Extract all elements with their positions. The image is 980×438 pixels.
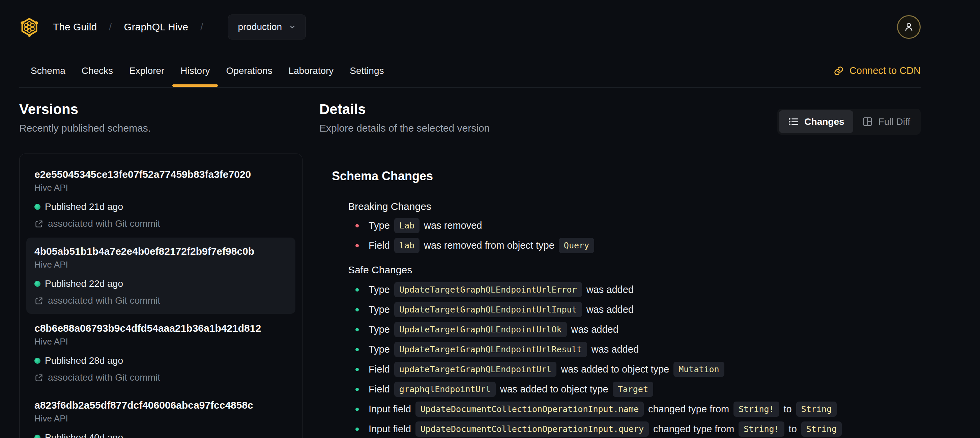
- connect-to-cdn-label: Connect to CDN: [850, 65, 921, 76]
- change-code-chip: UpdateTargetGraphQLEndpointUrlError: [394, 282, 582, 297]
- change-text: Type: [369, 220, 390, 231]
- schema-change-item: TypeUpdateTargetGraphQLEndpointUrlResult…: [355, 342, 921, 357]
- breaking-bullet-icon: [355, 224, 359, 228]
- full-diff-view-button[interactable]: Full Diff: [853, 110, 919, 133]
- safe-bullet-icon: [355, 308, 359, 311]
- tab-schema[interactable]: Schema: [22, 54, 73, 88]
- version-hash: e2e55045345ce13fe07f52a77459b83fa3fe7020: [34, 168, 287, 181]
- version-hash: a823f6db2a55df877dcf406006abca97fcc4858c: [34, 399, 287, 412]
- published-dot-icon: [34, 281, 40, 287]
- version-list-item[interactable]: c8b6e88a06793b9c4dfd54aaa21b36a1b421d812…: [26, 314, 296, 391]
- version-list: e2e55045345ce13fe07f52a77459b83fa3fe7020…: [19, 153, 302, 438]
- change-text: was added to object type: [500, 384, 608, 395]
- breaking-changes-group: Breaking Changes TypeLabwas removedField…: [348, 201, 921, 253]
- change-code-chip: graphqlEndpointUrl: [394, 382, 496, 397]
- change-text: Field: [369, 384, 390, 395]
- schema-changes-title: Schema Changes: [332, 169, 921, 183]
- breadcrumb-separator: /: [109, 21, 111, 33]
- safe-changes-title: Safe Changes: [348, 264, 921, 276]
- change-text: was added: [587, 284, 634, 295]
- git-commit-link[interactable]: associated with Git commit: [48, 372, 160, 383]
- version-service: Hive API: [34, 336, 287, 347]
- change-text: Type: [369, 324, 390, 335]
- change-code-chip: Lab: [394, 218, 420, 233]
- tab-bar: SchemaChecksExplorerHistoryOperationsLab…: [19, 54, 921, 88]
- breadcrumb-separator: /: [200, 21, 203, 33]
- tab-operations[interactable]: Operations: [218, 54, 280, 88]
- external-link-icon: [34, 296, 43, 306]
- safe-bullet-icon: [355, 348, 359, 351]
- change-text: was added to object type: [561, 364, 669, 375]
- change-code-chip: Query: [559, 238, 594, 253]
- change-text: was removed from object type: [424, 240, 554, 251]
- change-code-chip: String!: [738, 422, 784, 436]
- link-icon: [833, 65, 844, 76]
- full-diff-view-label: Full Diff: [878, 116, 910, 127]
- published-dot-icon: [34, 435, 40, 438]
- version-list-item[interactable]: a823f6db2a55df877dcf406006abca97fcc4858c…: [26, 392, 296, 438]
- change-code-chip: lab: [394, 238, 420, 253]
- app-header: The Guild / GraphQL Hive / production Sc…: [0, 0, 980, 88]
- version-list-item[interactable]: e2e55045345ce13fe07f52a77459b83fa3fe7020…: [26, 161, 296, 237]
- target-selector-dropdown[interactable]: production: [228, 14, 306, 40]
- changes-view-button[interactable]: Changes: [779, 110, 853, 133]
- safe-bullet-icon: [355, 408, 359, 411]
- breadcrumb-org[interactable]: The Guild: [53, 21, 97, 33]
- tab-settings[interactable]: Settings: [342, 54, 392, 88]
- list-icon: [788, 116, 799, 127]
- user-avatar[interactable]: [897, 15, 921, 39]
- split-columns-icon: [862, 116, 873, 127]
- change-code-chip: Target: [613, 382, 653, 397]
- version-service: Hive API: [34, 413, 287, 424]
- version-published: Published 40d ago: [45, 432, 123, 438]
- change-text: changed type from: [653, 424, 734, 435]
- version-published: Published 28d ago: [45, 355, 123, 366]
- changes-view-label: Changes: [804, 116, 844, 127]
- version-service: Hive API: [34, 259, 287, 270]
- view-toggle-group: Changes Full Diff: [777, 109, 921, 135]
- schema-changes-section: Schema Changes Breaking Changes TypeLabw…: [332, 169, 921, 436]
- change-code-chip: String!: [733, 401, 779, 417]
- breaking-bullet-icon: [355, 244, 359, 247]
- tab-explorer[interactable]: Explorer: [121, 54, 172, 88]
- breaking-changes-list: TypeLabwas removedFieldlabwas removed fr…: [348, 218, 921, 253]
- person-icon: [903, 21, 915, 33]
- change-text: Input field: [369, 424, 411, 435]
- safe-changes-group: Safe Changes TypeUpdateTargetGraphQLEndp…: [348, 264, 921, 436]
- versions-subtitle: Recently published schemas.: [19, 122, 302, 134]
- connect-to-cdn-link[interactable]: Connect to CDN: [833, 65, 921, 76]
- change-text: to: [784, 404, 792, 415]
- tab-checks[interactable]: Checks: [73, 54, 121, 88]
- versions-title: Versions: [19, 101, 302, 118]
- change-text: Field: [369, 240, 390, 251]
- version-list-item[interactable]: 4b05ab51b1b4a7e2e4b0ef82172f2b9f7ef98c0b…: [26, 237, 296, 314]
- tab-laboratory[interactable]: Laboratory: [280, 54, 342, 88]
- change-code-chip: String: [796, 401, 837, 417]
- tab-history[interactable]: History: [172, 54, 218, 88]
- schema-change-item: Input fieldUpdateDocumentCollectionOpera…: [355, 401, 921, 417]
- safe-bullet-icon: [355, 328, 359, 331]
- change-text: Type: [369, 304, 390, 315]
- version-hash: c8b6e88a06793b9c4dfd54aaa21b36a1b421d812: [34, 322, 287, 335]
- git-commit-link[interactable]: associated with Git commit: [48, 218, 160, 229]
- change-code-chip: UpdateTargetGraphQLEndpointUrlResult: [394, 342, 587, 357]
- change-text: Type: [369, 344, 390, 355]
- published-dot-icon: [34, 358, 40, 364]
- version-service: Hive API: [34, 182, 287, 193]
- change-code-chip: UpdateTargetGraphQLEndpointUrlOk: [394, 322, 567, 337]
- schema-change-item: FieldgraphqlEndpointUrlwas added to obje…: [355, 382, 921, 397]
- schema-change-item: FieldupdateTargetGraphQLEndpointUrlwas a…: [355, 362, 921, 377]
- change-text: was removed: [424, 220, 482, 231]
- version-published: Published 21d ago: [45, 201, 123, 213]
- change-code-chip: UpdateDocumentCollectionOperationInput.n…: [415, 401, 644, 417]
- details-panel: Details Explore details of the selected …: [319, 101, 921, 436]
- published-dot-icon: [34, 204, 40, 210]
- chevron-down-icon: [289, 23, 296, 31]
- breaking-changes-title: Breaking Changes: [348, 201, 921, 213]
- change-code-chip: String: [801, 422, 842, 436]
- breadcrumb-project[interactable]: GraphQL Hive: [124, 21, 188, 33]
- hive-logo-icon[interactable]: [19, 17, 40, 37]
- safe-bullet-icon: [355, 388, 359, 391]
- git-commit-link[interactable]: associated with Git commit: [48, 295, 160, 306]
- change-code-chip: Mutation: [673, 362, 724, 377]
